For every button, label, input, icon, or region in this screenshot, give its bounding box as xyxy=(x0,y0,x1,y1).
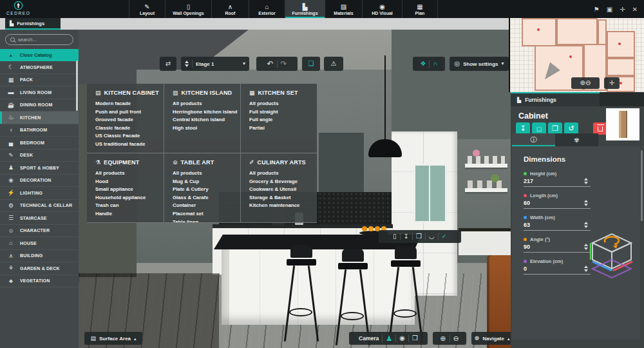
object-duplicate-icon[interactable]: ❐ xyxy=(416,233,422,240)
search-field[interactable] xyxy=(5,34,73,45)
redo-icon[interactable]: ↷ xyxy=(281,60,287,68)
category-vegetation[interactable]: ♣VEGETATION xyxy=(0,275,79,288)
menu-item[interactable]: US traditional facade xyxy=(95,140,161,149)
menu-item[interactable]: Small appliance xyxy=(95,186,161,194)
category-living-room[interactable]: ▬LIVING ROOM xyxy=(0,86,79,99)
length-stepper[interactable] xyxy=(584,200,588,206)
height-value[interactable]: 217 xyxy=(524,178,533,184)
menu-item[interactable]: Household appliance xyxy=(95,194,161,202)
menu-item[interactable]: Grooved facade xyxy=(95,116,161,124)
object-wall-icon[interactable]: ▯ xyxy=(393,233,397,240)
menu-section-title[interactable]: ▦ KITCHEN SET xyxy=(249,90,314,96)
walk-view-icon[interactable]: ♟ xyxy=(386,335,392,342)
height-stepper[interactable] xyxy=(584,178,588,184)
zoom-in-icon[interactable]: ⊕ xyxy=(580,80,585,86)
tab-object-style[interactable]: ✾ xyxy=(555,133,598,146)
minimap-pan-button[interactable]: ✛ xyxy=(604,77,620,89)
menu-item[interactable]: Storage & Basket xyxy=(249,194,314,202)
export-plan-button[interactable]: ❏ xyxy=(302,57,320,71)
menu-section-title[interactable]: ▤ KITCHEN CABINET xyxy=(95,90,161,96)
category-building[interactable]: ∧BUILDING xyxy=(0,250,79,263)
menu-item[interactable]: Kitchen maintenance xyxy=(249,202,314,210)
menu-item[interactable]: Trash can xyxy=(95,202,161,210)
sidebar-scrollbar[interactable] xyxy=(76,61,78,111)
close-icon[interactable]: ✕ xyxy=(632,6,638,13)
category-technical-cellar[interactable]: ⚙TECHNICAL & CELLAR xyxy=(0,200,79,213)
menu-item[interactable]: Glass & Carafe xyxy=(173,194,238,202)
panel-tab-furnishings[interactable]: ▙ Furnishings xyxy=(511,92,600,106)
category-bathroom[interactable]: ♆BATHROOM xyxy=(0,124,79,137)
menu-item[interactable]: Herringbone kitchen island xyxy=(173,108,238,117)
tab-exterior[interactable]: ⌂ Exterior xyxy=(249,0,285,18)
surface-warning-button[interactable]: ⚠ xyxy=(324,57,343,71)
close-catalog-button[interactable]: ▴ Close Catalog xyxy=(0,49,79,61)
tab-hd-visual[interactable]: ◉ HD Visual xyxy=(362,0,402,18)
show-settings-button[interactable]: ◎ Show settings ▾ xyxy=(450,57,509,71)
floor-stepper[interactable] xyxy=(185,61,189,67)
menu-item[interactable]: Full straight xyxy=(249,108,314,117)
category-decoration[interactable]: ❀DECORATION xyxy=(0,175,79,188)
menu-item[interactable]: Partial xyxy=(249,124,314,133)
menu-item[interactable]: High stool xyxy=(173,124,238,133)
3d-viewport[interactable]: ⇄ Etage 1 ▾ ↶ ↷ ❏ ⚠ ❖ ∩ ◎ Show settings … xyxy=(79,30,511,348)
width-stepper[interactable] xyxy=(584,222,588,228)
tab-object-info[interactable]: ⓘ xyxy=(512,133,555,146)
tab-furnishings[interactable]: ▙ Furnishings xyxy=(285,0,325,18)
menu-item[interactable]: US Classic Facade xyxy=(95,132,161,140)
menu-item[interactable]: Grocery & Beverage xyxy=(249,178,314,186)
object-confirm-icon[interactable]: ✓ xyxy=(442,233,447,240)
navigate-button[interactable]: ☸ Navigate ▴ xyxy=(471,332,511,345)
category-sport-hobby[interactable]: ♟SPORT & HOBBY xyxy=(0,162,79,175)
tab-wall-openings[interactable]: ▯ Wall Openings xyxy=(165,0,211,18)
category-lighting[interactable]: ⚡LIGHTING xyxy=(0,187,79,200)
catalog-tab-furnishings[interactable]: ▙ Furnishings xyxy=(5,18,61,30)
menu-item[interactable]: All products xyxy=(173,100,238,108)
menu-item[interactable]: Plate & Cutlery xyxy=(173,186,238,194)
angle-value[interactable]: 90 xyxy=(524,244,530,250)
menu-item[interactable]: All products xyxy=(95,169,161,178)
orbit-view-icon[interactable]: ◉ xyxy=(399,335,405,342)
menu-section-title[interactable]: ▥ KITCHEN ISLAND xyxy=(173,90,238,96)
materials-view-icon[interactable]: ❖ xyxy=(420,61,426,67)
floor-plan-minimap[interactable]: ⊕ ⊖ ✛ xyxy=(509,18,644,92)
length-value[interactable]: 60 xyxy=(524,200,530,206)
zoom-out-icon[interactable]: ⊖ xyxy=(585,80,591,86)
elevation-value[interactable]: 0 xyxy=(524,266,527,272)
menu-section-title[interactable]: ⚗ EQUIPMENT xyxy=(95,159,161,166)
category-kitchen[interactable]: ♨KITCHEN xyxy=(0,111,79,124)
menu-item[interactable]: Placemat set xyxy=(173,210,238,218)
menu-item[interactable]: Mug & Cup xyxy=(173,178,238,186)
menu-item[interactable]: Push and pull front xyxy=(95,108,161,117)
tab-layout[interactable]: ✎ Layout xyxy=(129,0,165,18)
zoom-out-icon[interactable]: ⊖ xyxy=(453,335,459,342)
menu-item[interactable]: All products xyxy=(249,169,314,178)
elevation-view-icon[interactable]: ❒ xyxy=(412,335,418,342)
menu-section-title[interactable]: ✐ CULINARY ARTS xyxy=(249,159,314,166)
save-icon[interactable]: ▣ xyxy=(607,6,612,13)
category-dining-room[interactable]: ☕DINING ROOM xyxy=(0,99,79,112)
menu-item[interactable]: Full angle xyxy=(249,116,314,124)
floor-selector[interactable]: Etage 1 ▾ xyxy=(181,57,249,71)
menu-item[interactable]: Classic facade xyxy=(95,124,161,133)
tab-plan[interactable]: ▦ Plan xyxy=(402,0,438,18)
feedback-icon[interactable]: ⚑ xyxy=(594,6,600,13)
menu-item[interactable]: All products xyxy=(249,100,314,108)
zoom-in-icon[interactable]: ⊕ xyxy=(440,335,446,342)
menu-item[interactable]: All products xyxy=(173,169,238,178)
object-thumbnail[interactable] xyxy=(606,108,639,140)
category-house[interactable]: ⌂HOUSE xyxy=(0,237,79,250)
category-atmosphere[interactable]: ☾ATMOSPHERE xyxy=(0,61,79,74)
tab-roof[interactable]: ∧ Roof xyxy=(211,0,249,18)
object-drop-icon[interactable]: ↧ xyxy=(404,233,409,240)
sync-floors-button[interactable]: ⇄ xyxy=(160,57,176,71)
category-staircase[interactable]: ☰STAIRCASE xyxy=(0,212,79,225)
panel-scrollbar[interactable] xyxy=(641,150,643,221)
menu-item[interactable]: Container xyxy=(173,202,238,210)
category-desk[interactable]: ✎DESK xyxy=(0,150,79,162)
tab-materials[interactable]: ▨ Materials xyxy=(325,0,362,18)
menu-item[interactable]: Central kitchen island xyxy=(173,116,238,124)
fit-screen-icon[interactable]: ✛ xyxy=(620,6,625,13)
menu-item[interactable]: Hood xyxy=(95,178,161,186)
roof-view-icon[interactable]: ∩ xyxy=(433,61,437,67)
category-garden-deck[interactable]: ⚘GARDEN & DECK xyxy=(0,262,79,275)
